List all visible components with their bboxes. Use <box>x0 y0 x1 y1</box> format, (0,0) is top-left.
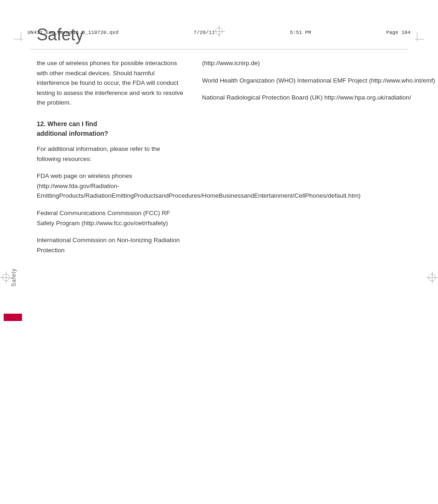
reg-mark-left <box>2 274 10 281</box>
nrpb-block: National Radiological Protection Board (… <box>202 93 438 103</box>
intro-paragraph: the use of wireless phones for possible … <box>37 58 184 108</box>
sidebar-label: Safety <box>11 268 17 286</box>
print-date: 7/20/11 <box>194 30 215 35</box>
crop-mark-tr-h <box>415 39 424 39</box>
right-column: (http://www.icnirp.de) World Health Orga… <box>202 58 438 262</box>
line-top <box>30 49 408 50</box>
header-bar: UN431_Eng_manual1.0_110720.qxd 7/20/11 5… <box>28 30 410 35</box>
crop-mark-tl-h <box>14 39 23 39</box>
page-container: UN431_Eng_manual1.0_110720.qxd 7/20/11 5… <box>0 25 438 504</box>
reg-mark-right <box>428 274 436 281</box>
sidebar-color-bar <box>4 314 22 321</box>
section12-intro: For additional information, please refer… <box>37 144 184 164</box>
who-block: World Health Organization (WHO) Internat… <box>202 76 438 86</box>
page-label: Page 104 <box>386 30 410 35</box>
crop-mark-tr-v <box>417 32 417 41</box>
section12-heading-line2: additional information? <box>37 129 184 138</box>
print-time: 5:51 PM <box>290 30 311 35</box>
fda-block: FDA web page on wireless phones (http://… <box>37 171 184 201</box>
icnirp-url: (http://www.icnirp.de) <box>202 58 438 68</box>
section12-heading: 12. Where can I find additional informat… <box>37 119 184 138</box>
two-column-layout: the use of wireless phones for possible … <box>37 58 438 262</box>
crop-mark-tl-v <box>21 32 21 41</box>
left-column: the use of wireless phones for possible … <box>37 58 184 262</box>
section12-heading-line1: 12. Where can I find <box>37 119 184 129</box>
filename: UN431_Eng_manual1.0_110720.qxd <box>28 30 118 35</box>
fcc-block: Federal Communications Commission (FCC) … <box>37 208 184 228</box>
icnirp-block-left: International Commission on Non-Ionizing… <box>37 235 184 255</box>
